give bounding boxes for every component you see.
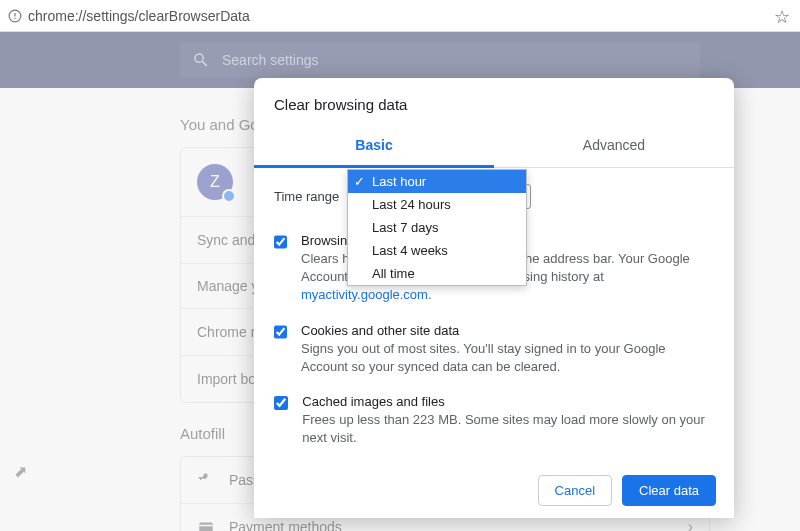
dialog-title: Clear browsing data	[254, 96, 734, 127]
time-range-dropdown[interactable]: Last hour Last 24 hours Last 7 days Last…	[347, 169, 527, 286]
option-title: Cookies and other site data	[301, 323, 714, 338]
tab-advanced[interactable]: Advanced	[494, 127, 734, 167]
page-info-icon	[8, 9, 22, 23]
checkbox-cache[interactable]	[274, 395, 288, 411]
option-title: Cached images and files	[302, 394, 714, 409]
dropdown-item-last-24-hours[interactable]: Last 24 hours	[348, 193, 526, 216]
dropdown-item-all-time[interactable]: All time	[348, 262, 526, 285]
url-text: chrome://settings/clearBrowserData	[28, 8, 250, 24]
dropdown-item-last-4-weeks[interactable]: Last 4 weeks	[348, 239, 526, 262]
option-desc: Frees up less than 223 MB. Some sites ma…	[302, 411, 714, 447]
checkbox-browsing-history[interactable]	[274, 234, 287, 250]
clear-browsing-data-dialog: Clear browsing data Basic Advanced Time …	[254, 78, 734, 518]
option-cookies[interactable]: Cookies and other site data Signs you ou…	[274, 323, 714, 376]
dropdown-item-last-7-days[interactable]: Last 7 days	[348, 216, 526, 239]
address-bar[interactable]: chrome://settings/clearBrowserData ☆	[0, 0, 800, 32]
clear-data-button[interactable]: Clear data	[622, 475, 716, 506]
bookmark-star-icon[interactable]: ☆	[774, 6, 790, 28]
dropdown-item-last-hour[interactable]: Last hour	[348, 170, 526, 193]
option-desc: Signs you out of most sites. You'll stay…	[301, 340, 714, 376]
cancel-button[interactable]: Cancel	[538, 475, 612, 506]
tab-basic[interactable]: Basic	[254, 127, 494, 168]
option-cache[interactable]: Cached images and files Frees up less th…	[274, 394, 714, 447]
myactivity-link[interactable]: myactivity.google.com	[301, 287, 428, 302]
dialog-tabs: Basic Advanced	[254, 127, 734, 168]
checkbox-cookies[interactable]	[274, 324, 287, 340]
time-range-label: Time range	[274, 189, 339, 204]
